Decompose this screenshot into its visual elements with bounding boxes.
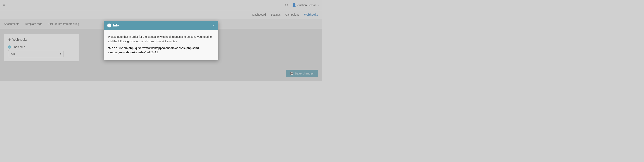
modal-header: i Info × [104,21,218,30]
info-modal: i Info × Please note that in order for t… [104,21,218,60]
modal-body-text: Please note that in order for the campai… [108,35,214,43]
modal-close-button[interactable]: × [212,24,215,27]
modal-title: Info [113,24,119,27]
modal-cron-command: */2 * * * /usr/bin/php -q /var/www/web/a… [108,46,214,55]
modal-body: Please note that in order for the campai… [104,30,218,60]
modal-title-area: i Info [107,23,119,27]
modal-overlay: i Info × Please note that in order for t… [0,0,322,81]
modal-info-circle-icon: i [107,23,111,27]
